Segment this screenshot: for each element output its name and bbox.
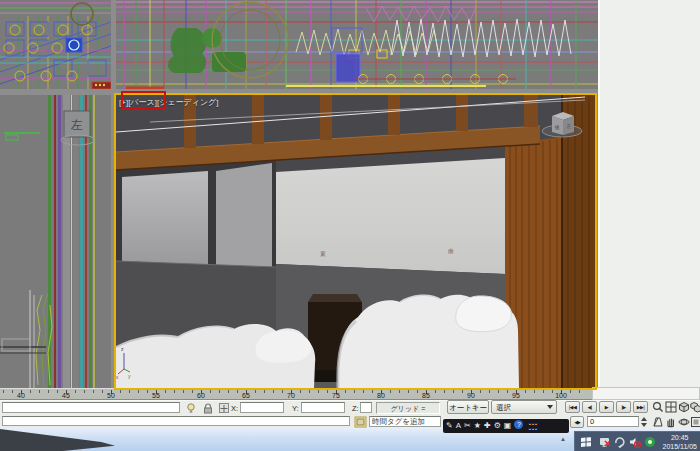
tray-network-error-icon[interactable] — [599, 436, 611, 448]
timeline-tick — [48, 390, 49, 393]
timeline-frame-number: 45 — [62, 392, 70, 399]
transform-typein-icon[interactable] — [218, 402, 231, 414]
next-frame-button[interactable]: |▶ — [616, 401, 631, 413]
timeline-tick — [84, 390, 85, 393]
prompt-line-2 — [2, 416, 350, 426]
frame-spin-down[interactable] — [641, 423, 647, 427]
tray-volume-muted-icon[interactable] — [629, 436, 641, 448]
zoom-extents-all-icon[interactable] — [690, 401, 700, 413]
timeline-frame-number: 55 — [152, 392, 160, 399]
timeline-tick — [282, 390, 283, 393]
help-icon[interactable]: ? — [514, 420, 523, 429]
timeline-tick — [498, 390, 499, 393]
grid-setting-display: グリッド = 254.0mm — [376, 402, 440, 414]
z-coord-field[interactable] — [360, 402, 372, 413]
timeline-frame-number: 40 — [17, 392, 25, 399]
timeline-tick — [3, 390, 4, 393]
zoom-extents-icon[interactable] — [678, 401, 690, 413]
zoom-icon[interactable] — [652, 401, 664, 413]
adaptive-degradation-icon[interactable] — [185, 402, 198, 414]
selection-set-dropdown[interactable]: 選択 — [491, 400, 557, 414]
viewcube-face-back: 後 — [555, 124, 560, 130]
y-coord-field[interactable] — [301, 402, 345, 413]
selection-lock-icon[interactable] — [202, 402, 215, 414]
current-frame-field[interactable] — [587, 416, 639, 427]
go-to-end-button[interactable]: ▶▶| — [633, 401, 648, 413]
timeline-tick — [264, 390, 265, 393]
timeline-ruler[interactable]: 404550556065707580859095100 — [0, 388, 592, 400]
play-button[interactable]: ▶ — [599, 401, 614, 413]
frame-spin-up[interactable] — [641, 417, 647, 421]
timeline-tick — [255, 390, 256, 393]
timeline-tick — [138, 390, 139, 393]
timeline-tick — [399, 390, 400, 393]
timeline-tick — [39, 390, 40, 393]
x-coord-label: X: — [231, 404, 238, 413]
timeline-tick — [570, 390, 571, 393]
plus-icon[interactable]: ✚ — [484, 420, 491, 432]
folder-icon[interactable]: ▣ — [504, 420, 512, 432]
pen-icon[interactable]: ✎ — [446, 420, 453, 432]
timeline-tick — [120, 390, 121, 393]
timeline-tick — [444, 390, 445, 393]
z-coord-label: Z: — [352, 404, 359, 413]
tray-antivirus-icon[interactable] — [644, 436, 656, 448]
timeline-tick — [408, 390, 409, 393]
tray-update-icon[interactable] — [614, 436, 626, 448]
timeline-tick — [480, 390, 481, 393]
gear-icon[interactable]: ⚙ — [494, 420, 501, 432]
timeline-tick — [435, 390, 436, 393]
clock-date: 2015/11/05 — [662, 442, 697, 451]
viewport-top-center[interactable] — [116, 0, 598, 89]
timeline-tick — [345, 390, 346, 393]
viewport-menu-shading[interactable]: [シェーディング] — [157, 98, 219, 107]
timeline-tick — [12, 390, 13, 393]
add-time-tag-field[interactable]: 時間タグを追加 — [369, 416, 441, 427]
timeline-tick — [363, 390, 364, 393]
wall-label-east: 東 — [320, 251, 326, 257]
go-to-start-button[interactable]: |◀◀ — [565, 401, 580, 413]
floating-toolbar-icons: ✎A✂★✚⚙▣? — [446, 420, 523, 432]
perspective-scene: 東 南 後 左 — [116, 95, 595, 388]
timeline-tick — [237, 390, 238, 393]
orbit-icon[interactable] — [678, 416, 690, 428]
timeline-tick — [309, 390, 310, 393]
timeline-tick — [273, 390, 274, 393]
timeline-tick — [75, 390, 76, 393]
floating-toolbar: ✎A✂★✚⚙▣? — [443, 419, 569, 433]
timeline-tick — [183, 390, 184, 393]
field-of-view-icon[interactable] — [652, 416, 664, 428]
maximize-viewport-icon[interactable] — [690, 416, 700, 428]
timeline-frame-number: 60 — [197, 392, 205, 399]
timeline-tick — [300, 390, 301, 393]
auto-key-button[interactable]: オートキー — [447, 400, 489, 414]
x-coord-field[interactable] — [240, 402, 284, 413]
timeline-tick — [507, 390, 508, 393]
taskbar-clock[interactable]: 20:45 2015/11/05 — [662, 433, 697, 451]
viewport-perspective[interactable]: 東 南 後 左 — [116, 95, 595, 388]
show-hidden-icons-caret[interactable]: ▲ — [560, 436, 566, 442]
viewport-left[interactable]: 左 — [0, 95, 111, 388]
timeline-tick — [210, 390, 211, 393]
key-mode-toggle[interactable]: ◀▶ — [570, 416, 584, 428]
timeline-end-box — [592, 387, 700, 400]
star-icon[interactable]: ★ — [474, 420, 481, 432]
timeline-tick — [552, 390, 553, 393]
timeline-frame-number: 50 — [107, 392, 115, 399]
windows-logo-icon[interactable] — [580, 436, 592, 448]
previous-frame-button[interactable]: ◀| — [582, 401, 597, 413]
viewport-top-left[interactable] — [0, 0, 111, 89]
windows-taskbar: 20:45 2015/11/05 — [574, 431, 700, 451]
pan-hand-icon[interactable] — [665, 416, 677, 428]
timeline-frame-number: 65 — [242, 392, 250, 399]
timeline-tick — [30, 390, 31, 393]
timeline-tick — [327, 390, 328, 393]
timeline-tick — [525, 390, 526, 393]
text-icon[interactable]: A — [456, 420, 461, 432]
time-tag-icon[interactable] — [354, 416, 367, 428]
selection-set-value: 選択 — [496, 403, 511, 412]
zoom-all-icon[interactable] — [665, 401, 677, 413]
scissors-icon[interactable]: ✂ — [464, 420, 471, 432]
timeline-tick — [228, 390, 229, 393]
toolbar-badge — [527, 422, 539, 426]
